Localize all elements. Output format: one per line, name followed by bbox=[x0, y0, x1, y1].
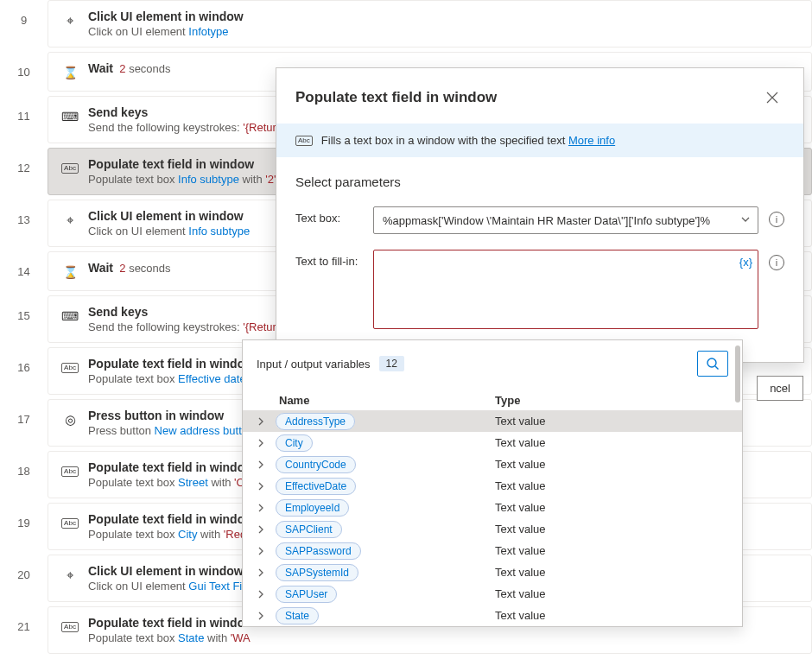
dialog-info-text: Fills a text box in a window with the sp… bbox=[321, 134, 568, 147]
chevron-down-icon bbox=[740, 214, 751, 225]
chevron-right-icon[interactable] bbox=[257, 417, 276, 426]
abc-icon: Abc bbox=[61, 466, 79, 477]
chevron-right-icon[interactable] bbox=[257, 547, 276, 555]
variable-type: Text value bbox=[495, 415, 546, 428]
col-name-header: Name bbox=[257, 394, 495, 407]
info-icon[interactable]: i bbox=[769, 255, 784, 270]
variable-name: EffectiveDate bbox=[276, 478, 356, 495]
more-info-link[interactable]: More info bbox=[568, 134, 615, 147]
variable-row[interactable]: SAPUserText value bbox=[243, 583, 742, 605]
variable-row[interactable]: StateText value bbox=[243, 605, 742, 626]
variable-name: City bbox=[276, 434, 313, 452]
variable-picker-panel: Input / output variables 12 Name Type Ad… bbox=[242, 339, 743, 627]
variable-type: Text value bbox=[495, 566, 546, 579]
step-number: 21 bbox=[0, 606, 48, 657]
step-title: Click UI element in window bbox=[88, 10, 799, 23]
click-icon bbox=[67, 13, 73, 29]
variable-row[interactable]: SAPPasswordText value bbox=[243, 540, 742, 561]
info-icon[interactable]: i bbox=[769, 212, 784, 227]
click-icon bbox=[67, 567, 73, 583]
fillin-textarea[interactable] bbox=[383, 257, 733, 321]
variable-name: SAPUser bbox=[276, 586, 337, 603]
wait-icon bbox=[63, 66, 78, 79]
chevron-right-icon[interactable] bbox=[257, 525, 276, 534]
insert-variable-button[interactable]: {x} bbox=[739, 256, 752, 269]
step-value: 2 bbox=[119, 262, 125, 275]
action-dialog: Populate text field in window Abc Fills … bbox=[276, 67, 804, 363]
abc-icon: Abc bbox=[295, 136, 313, 146]
click-icon bbox=[67, 212, 73, 228]
step-link: Info subtype bbox=[178, 173, 239, 186]
step-value: 2 bbox=[119, 62, 125, 75]
step-link: City bbox=[178, 528, 197, 541]
dialog-title: Populate text field in window bbox=[295, 89, 497, 106]
section-heading: Select parameters bbox=[295, 174, 784, 189]
variable-type: Text value bbox=[495, 523, 546, 536]
variable-name: CountryCode bbox=[276, 456, 356, 473]
variable-type: Text value bbox=[495, 544, 546, 557]
fillin-label: Text to fill-in: bbox=[295, 250, 363, 268]
variable-type: Text value bbox=[495, 587, 546, 600]
step-value: '2' bbox=[265, 173, 276, 186]
textbox-value: %appmask['Window \'Maintain HR Master Da… bbox=[383, 214, 710, 227]
chevron-right-icon[interactable] bbox=[257, 439, 276, 447]
variable-row[interactable]: SAPClientText value bbox=[243, 518, 742, 540]
keyboard-icon bbox=[61, 110, 79, 124]
variable-row[interactable]: SAPSystemIdText value bbox=[243, 561, 742, 583]
step-title: Wait bbox=[88, 261, 113, 275]
button-icon bbox=[65, 412, 76, 428]
search-button[interactable] bbox=[697, 351, 728, 377]
step-number: 11 bbox=[0, 96, 48, 147]
variable-name: SAPPassword bbox=[276, 542, 361, 560]
step-subtitle: Click on UI element Infotype bbox=[88, 25, 799, 38]
variable-type: Text value bbox=[495, 609, 546, 622]
step-title: Wait bbox=[88, 61, 113, 75]
variable-row[interactable]: CountryCodeText value bbox=[243, 453, 742, 475]
variable-row[interactable]: CityText value bbox=[243, 432, 742, 453]
step-number: 10 bbox=[0, 52, 48, 95]
variable-row[interactable]: EmployeeIdText value bbox=[243, 497, 742, 518]
variable-name: AddressType bbox=[276, 413, 355, 430]
step-link: New address button bbox=[155, 424, 255, 437]
wait-icon bbox=[63, 265, 78, 279]
variable-type: Text value bbox=[495, 501, 546, 514]
step-number: 9 bbox=[0, 0, 48, 51]
abc-icon: Abc bbox=[61, 518, 79, 529]
chevron-right-icon[interactable] bbox=[257, 460, 276, 469]
variable-type: Text value bbox=[495, 436, 546, 449]
step-link: Info subtype bbox=[188, 225, 250, 238]
keyboard-icon bbox=[61, 309, 79, 323]
chevron-right-icon[interactable] bbox=[257, 504, 276, 512]
svg-point-0 bbox=[707, 358, 716, 367]
variable-name: State bbox=[276, 607, 319, 624]
variable-name: EmployeeId bbox=[276, 499, 349, 517]
step-value: 'WA bbox=[231, 631, 251, 644]
variable-type: Text value bbox=[495, 479, 546, 492]
variable-row[interactable]: EffectiveDateText value bbox=[243, 475, 742, 497]
cancel-button[interactable]: ncel bbox=[757, 376, 803, 401]
var-panel-label: Input / output variables bbox=[257, 358, 371, 371]
chevron-right-icon[interactable] bbox=[257, 482, 276, 491]
abc-icon: Abc bbox=[61, 363, 79, 373]
chevron-right-icon[interactable] bbox=[257, 568, 276, 577]
col-type-header: Type bbox=[495, 394, 520, 407]
variable-row[interactable]: AddressTypeText value bbox=[243, 410, 742, 432]
variable-name: SAPClient bbox=[276, 521, 342, 538]
textbox-selector[interactable]: %appmask['Window \'Maintain HR Master Da… bbox=[373, 206, 758, 234]
variable-type: Text value bbox=[495, 458, 546, 471]
chevron-right-icon[interactable] bbox=[257, 612, 276, 620]
step-number: 19 bbox=[0, 503, 48, 554]
step-link: Effective date bbox=[178, 372, 246, 385]
variable-name: SAPSystemId bbox=[276, 564, 358, 581]
chevron-right-icon[interactable] bbox=[257, 590, 276, 599]
step-number: 17 bbox=[0, 399, 48, 450]
abc-icon: Abc bbox=[61, 163, 79, 174]
step-number: 13 bbox=[0, 200, 48, 250]
scrollbar[interactable] bbox=[735, 346, 740, 403]
close-icon[interactable] bbox=[760, 86, 784, 110]
step-number: 12 bbox=[0, 148, 48, 199]
dialog-info-bar: Abc Fills a text box in a window with th… bbox=[276, 124, 803, 157]
fillin-textarea-wrap: {x} bbox=[373, 250, 758, 329]
flow-step[interactable]: 9Click UI element in windowClick on UI e… bbox=[0, 0, 812, 52]
step-link: Street bbox=[178, 476, 208, 489]
